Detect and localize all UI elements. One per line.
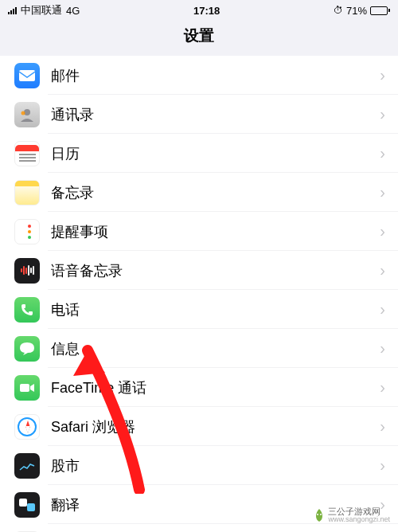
calendar-icon [14, 141, 40, 166]
watermark-url: www.sangongzi.net [328, 516, 390, 524]
row-facetime[interactable]: FaceTime 通话 › [0, 368, 398, 407]
svg-rect-0 [19, 70, 35, 81]
chevron-right-icon: › [380, 417, 398, 436]
status-bar: 中国联通 4G 17:18 ⏱ 71% [0, 0, 398, 21]
row-notes[interactable]: 备忘录 › [0, 173, 398, 212]
svg-point-8 [320, 514, 322, 515]
mail-icon [14, 63, 40, 88]
row-label: 通讯录 [51, 105, 380, 124]
svg-point-2 [21, 111, 25, 115]
battery-pct: 71% [346, 5, 367, 17]
row-phone[interactable]: 电话 › [0, 290, 398, 329]
row-voicememo[interactable]: 语音备忘录 › [0, 251, 398, 290]
watermark-icon [314, 509, 325, 522]
row-label: 电话 [51, 300, 380, 319]
chevron-right-icon: › [380, 66, 398, 84]
row-messages[interactable]: 信息 › [0, 329, 398, 368]
row-label: 信息 [51, 339, 380, 358]
status-right: ⏱ 71% [334, 5, 390, 17]
chevron-right-icon: › [380, 183, 398, 201]
row-label: Safari 浏览器 [51, 417, 380, 436]
row-contacts[interactable]: 通讯录 › [0, 95, 398, 134]
row-label: 邮件 [51, 66, 380, 85]
chevron-right-icon: › [380, 222, 398, 241]
network-label: 4G [66, 5, 80, 17]
row-label: 语音备忘录 [51, 261, 380, 280]
stocks-icon [14, 453, 40, 479]
chevron-right-icon: › [380, 144, 398, 162]
alarm-icon: ⏱ [334, 5, 343, 16]
svg-point-7 [317, 514, 318, 515]
translate-icon [14, 492, 40, 518]
voicememo-icon [14, 258, 40, 284]
chevron-right-icon: › [380, 300, 398, 319]
row-reminders[interactable]: 提醒事项 › [0, 212, 398, 251]
chevron-right-icon: › [380, 105, 398, 123]
notes-icon [14, 180, 40, 205]
watermark: 三公子游戏网 www.sangongzi.net [314, 507, 390, 524]
settings-list: 邮件 › 通讯录 › 日历 › 备忘录 › 提醒事项 › 语音备忘录 › [0, 56, 398, 532]
contacts-icon [14, 102, 40, 127]
row-label: 提醒事项 [51, 222, 380, 241]
messages-icon [14, 336, 40, 362]
svg-rect-3 [20, 384, 29, 392]
svg-rect-5 [27, 503, 35, 511]
safari-icon [14, 414, 40, 440]
row-label: 备忘录 [51, 183, 380, 202]
chevron-right-icon: › [380, 339, 398, 358]
chevron-right-icon: › [380, 261, 398, 280]
row-safari[interactable]: Safari 浏览器 › [0, 407, 398, 446]
status-left: 中国联通 4G [8, 3, 80, 18]
row-calendar[interactable]: 日历 › [0, 134, 398, 173]
row-label: 股市 [51, 456, 380, 475]
row-label: 日历 [51, 144, 380, 163]
row-stocks[interactable]: 股市 › [0, 446, 398, 485]
chevron-right-icon: › [380, 456, 398, 475]
phone-icon [14, 297, 40, 323]
battery-icon [370, 6, 390, 15]
row-label: FaceTime 通话 [51, 378, 380, 397]
svg-rect-4 [19, 499, 27, 507]
status-time: 17:18 [193, 5, 220, 17]
signal-icon [8, 6, 17, 14]
row-mail[interactable]: 邮件 › [0, 56, 398, 95]
carrier-label: 中国联通 [21, 3, 62, 18]
page-title: 设置 [0, 21, 398, 56]
row-maps[interactable]: 地图 › [0, 524, 398, 532]
chevron-right-icon: › [380, 378, 398, 397]
facetime-icon [14, 375, 40, 401]
reminders-icon [14, 219, 40, 244]
